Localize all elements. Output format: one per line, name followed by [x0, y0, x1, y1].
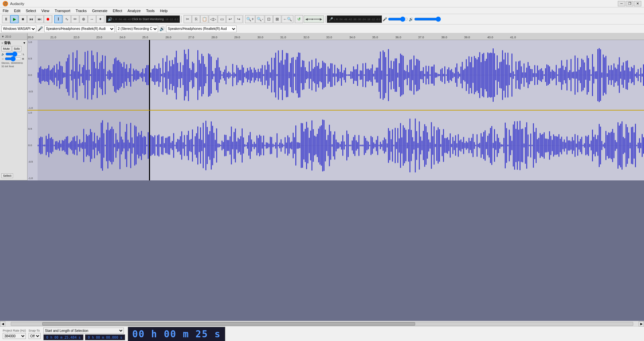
selection-mode-group: Start and Length of Selection Start and … [43, 328, 125, 340]
ruler-tick-20.0: 20.0 [28, 36, 34, 39]
menu-tracks[interactable]: Tracks [73, 7, 90, 14]
title-bar-controls[interactable]: ─ ❐ ✕ [618, 1, 641, 6]
cut-button[interactable]: ✂ [184, 15, 192, 23]
menu-edit[interactable]: Edit [11, 7, 23, 14]
silence-button[interactable]: ▭ [218, 15, 226, 23]
selection-mode-select[interactable]: Start and Length of Selection Start and … [43, 328, 124, 334]
menu-select[interactable]: Select [23, 7, 39, 14]
device-row: Windows WASAPI 🎤 Speakers/Headphones (Re… [0, 25, 644, 33]
pause-button[interactable]: ⏸ [2, 15, 10, 23]
loop-button[interactable]: ↺ [295, 15, 303, 23]
zoom-back-button[interactable]: ←🔍 [282, 15, 293, 23]
scroll-left-button[interactable]: ◀ [0, 321, 5, 327]
output-volume-slider[interactable] [414, 17, 441, 21]
paste-button[interactable]: 📋 [200, 15, 208, 23]
selection-start-input[interactable] [43, 334, 84, 340]
transport-toolbar: ⏸ ▶ ■ ⏮ ⏭ ⏺ [1, 15, 53, 24]
skip-start-button[interactable]: ⏮ [27, 15, 35, 23]
play-button[interactable]: ▶ [10, 15, 18, 23]
waveform-container[interactable]: 1.0 0.5 0.0 -0.5 -1.0 [28, 40, 644, 180]
status-row: Project Rate (Hz) 384000 48000 44100 Sna… [0, 327, 644, 341]
copy-button[interactable]: ⎘ [192, 15, 200, 23]
track-dropdown-button[interactable]: ▼ [23, 41, 26, 45]
record-button[interactable]: ⏺ [44, 15, 52, 23]
big-time-display: 00 h 00 m 25 s [128, 327, 225, 341]
edit-toolbar: ✂ ⎘ 📋 ◁▷ ▭ ↩ ↪ [183, 15, 244, 24]
output-device-select[interactable]: Speakers/Headphones (Realtek(R) Aud [166, 26, 237, 32]
y-axis-left: 1.0 0.5 0.0 -0.5 -1.0 [28, 40, 38, 110]
main-content: ▼ 20.0 20.021.022.023.024.025.026.027.02… [0, 33, 644, 321]
volume-slider[interactable] [5, 52, 22, 56]
minimize-button[interactable]: ─ [618, 1, 625, 6]
selection-end-input[interactable] [85, 334, 125, 340]
scrollbar-row[interactable]: ◀ ▶ [0, 321, 644, 327]
scrollbar-track[interactable] [11, 322, 633, 326]
ruler-tick-33.0: 33.0 [326, 36, 332, 39]
zoom-selection-button[interactable]: ⊡ [265, 15, 273, 23]
waveform-track-right[interactable]: 1.0 0.5 0.0 -0.5 -1.0 [28, 111, 644, 181]
waveform-track-left[interactable]: 1.0 0.5 0.0 -0.5 -1.0 [28, 40, 644, 111]
skip-end-button[interactable]: ⏭ [36, 15, 44, 23]
ruler-tick-27.0: 27.0 [188, 36, 194, 39]
zoom-fit-button[interactable]: ⊠ [273, 15, 281, 23]
solo-button[interactable]: Solo [12, 46, 21, 51]
menu-transport[interactable]: Transport [52, 7, 73, 14]
timeline-ruler[interactable]: ▼ 20.0 20.021.022.023.024.025.026.027.02… [0, 33, 644, 40]
pan-slider[interactable] [5, 57, 21, 61]
undo-button[interactable]: ↩ [226, 15, 234, 23]
y-label-m1-0-top: -1.0 [28, 106, 37, 110]
snap-to-select[interactable]: Off On [29, 333, 41, 339]
input-vu-scale: L R -54 -48 -42 -36 -30 -24 -18 -12 -6 0 [334, 18, 380, 21]
menu-generate[interactable]: Generate [89, 7, 110, 14]
zoom-out-button[interactable]: 🔍- [255, 15, 264, 23]
menu-help[interactable]: Help [157, 7, 170, 14]
scroll-right-button[interactable]: ▶ [639, 321, 644, 327]
track-close-button[interactable]: × [1, 41, 3, 45]
scrollbar-thumb[interactable] [42, 322, 415, 326]
mic-volume-icon: 🎤 [383, 17, 387, 22]
ruler-ticks: 20.021.022.023.024.025.026.027.028.029.0… [28, 33, 644, 40]
stop-button[interactable]: ■ [19, 15, 27, 23]
menu-view[interactable]: View [39, 7, 52, 14]
y-axis-right: 1.0 0.5 0.0 -0.5 -1.0 [28, 111, 38, 181]
mic-volume-slider[interactable] [388, 17, 408, 21]
snap-to-label: Snap-To [29, 329, 41, 332]
trim-button[interactable]: ◁▷ [209, 15, 217, 23]
track-sample-rate: Stereo, 384000Hz [1, 61, 26, 65]
select-button[interactable]: Select [1, 173, 13, 178]
project-rate-select[interactable]: 384000 48000 44100 [3, 333, 26, 339]
tools-toolbar: I ∿ ✏ ⊕ ↔ ✦ [54, 15, 105, 24]
output-volume-icon: 🔊 [108, 17, 112, 22]
menu-effect[interactable]: Effect [110, 7, 125, 14]
ruler-tick-29.0: 29.0 [234, 36, 240, 39]
track-header: × 音轨 ▼ Mute Solo 🔉 L ↔ R [0, 40, 27, 180]
volume-r-label: L [23, 53, 24, 56]
ruler-tick-28.0: 28.0 [211, 36, 217, 39]
pan-icon: ↔ [1, 57, 4, 60]
track-name: 音轨 [4, 41, 22, 45]
restore-button[interactable]: ❐ [626, 1, 633, 6]
envelope-tool-button[interactable]: ∿ [63, 15, 71, 23]
menu-tools[interactable]: Tools [143, 7, 157, 14]
track-button-row: Mute Solo [1, 46, 26, 51]
input-device-select[interactable]: Speakers/Headphones (Realtek(R) Audi [44, 26, 115, 32]
mute-button[interactable]: Mute [1, 46, 11, 51]
multi-tool-button[interactable]: ✦ [96, 15, 104, 23]
menu-file[interactable]: File [0, 7, 11, 14]
selection-inputs [43, 334, 125, 340]
channels-select[interactable]: 2 (Stereo) Recording C [116, 26, 158, 32]
input-mic-icon: 🎤 [329, 17, 333, 22]
zoom-tool-button[interactable]: ⊕ [80, 15, 88, 23]
timeshift-tool-button[interactable]: ↔ [88, 15, 96, 23]
menu-analyze[interactable]: Analyze [125, 7, 143, 14]
output-volume-icon-2: 🔊 [409, 17, 413, 22]
scrub-slider-label: ◀━━●━━━━▶ [305, 17, 322, 21]
title-bar: 🎵 Audacity ─ ❐ ✕ [0, 0, 644, 7]
zoom-in-button[interactable]: 🔍+ [245, 15, 255, 23]
draw-tool-button[interactable]: ✏ [71, 15, 79, 23]
selection-tool-button[interactable]: I [54, 15, 62, 23]
ruler-tick-41.0: 41.0 [510, 36, 516, 39]
redo-button[interactable]: ↪ [235, 15, 243, 23]
close-button[interactable]: ✕ [634, 1, 641, 6]
audio-api-select[interactable]: Windows WASAPI [1, 26, 36, 32]
